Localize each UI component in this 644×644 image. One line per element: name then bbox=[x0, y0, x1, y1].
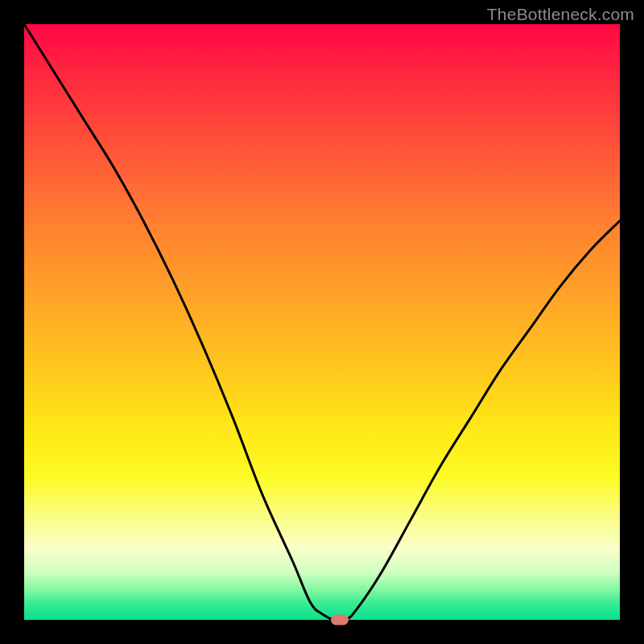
watermark-text: TheBottleneck.com bbox=[487, 5, 634, 24]
optimal-point-marker bbox=[331, 615, 349, 625]
plot-area bbox=[24, 24, 620, 620]
bottleneck-curve bbox=[24, 24, 620, 620]
chart-frame: TheBottleneck.com bbox=[0, 0, 644, 644]
